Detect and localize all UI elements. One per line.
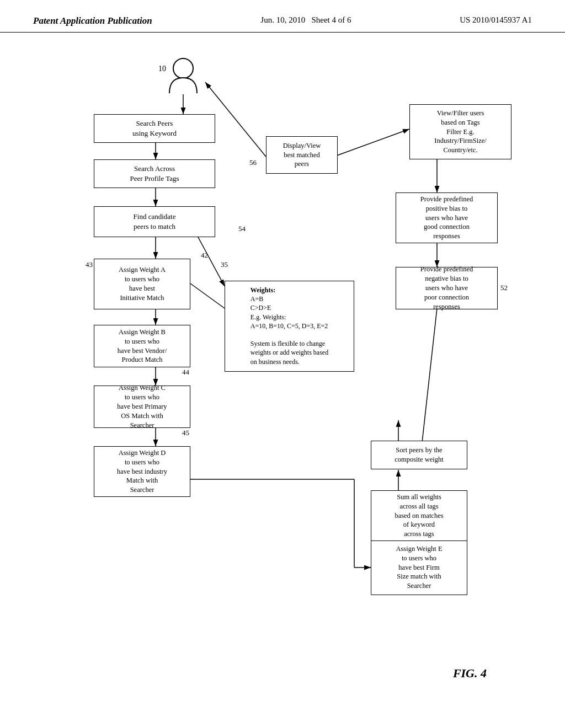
- svg-line-24: [420, 308, 437, 457]
- svg-text:42: 42: [201, 251, 208, 259]
- node-search-peer-tags: Search AcrossPeer Profile Tags: [94, 159, 215, 188]
- svg-text:43: 43: [86, 260, 93, 269]
- svg-text:10: 10: [158, 65, 166, 73]
- node-weights-info: Weights: A=B C>D>E E.g. Weights: A=10, B…: [225, 281, 354, 372]
- header-date-sheet: Jun. 10, 2010 Sheet 4 of 6: [260, 15, 351, 25]
- header: Patent Application Publication Jun. 10, …: [0, 0, 565, 33]
- patent-number: US 2010/0145937 A1: [460, 15, 532, 25]
- node-sum-weights: Sum all weightsacross all tagsbased on m…: [371, 490, 467, 541]
- node-search-peers: Search Peersusing Keyword: [94, 114, 215, 143]
- svg-point-2: [173, 58, 193, 78]
- node-positive-bias: Provide predefinedpositive bias tousers …: [396, 192, 498, 243]
- node-sort-peers: Sort peers by thecomposite weight: [371, 441, 467, 469]
- svg-line-31: [190, 283, 225, 308]
- publication-type: Patent Application Publication: [33, 15, 152, 26]
- node-find-candidates: Find candidatepeers to match: [94, 206, 215, 237]
- label-52: 52: [500, 283, 508, 292]
- node-weight-a: Assign Weight Ato users whohave bestInit…: [94, 259, 190, 309]
- svg-text:35: 35: [221, 260, 228, 269]
- diagram: 10 41 43 44 45 46: [34, 38, 531, 689]
- svg-text:54: 54: [238, 224, 246, 233]
- svg-text:45: 45: [182, 429, 189, 437]
- node-display-view: Display/Viewbest matchedpeers: [266, 136, 338, 174]
- node-negative-bias: Provide predefinednegative bias tousers …: [396, 267, 498, 309]
- node-weight-b: Assign Weight Bto users whohave best Ven…: [94, 325, 190, 367]
- node-weight-d: Assign Weight Dto users whohave best ind…: [94, 446, 190, 497]
- svg-text:44: 44: [182, 368, 190, 376]
- figure-caption: FIG. 4: [453, 666, 487, 681]
- svg-text:56: 56: [249, 158, 257, 167]
- svg-line-32: [334, 129, 409, 157]
- node-weight-c: Assign Weight Cto users whohave best Pri…: [94, 386, 190, 428]
- page: Patent Application Publication Jun. 10, …: [0, 0, 565, 728]
- node-weight-e: Assign Weight Eto users whohave best Fir…: [371, 540, 467, 595]
- node-view-filter: View/Filter usersbased on TagsFilter E.g…: [409, 104, 511, 159]
